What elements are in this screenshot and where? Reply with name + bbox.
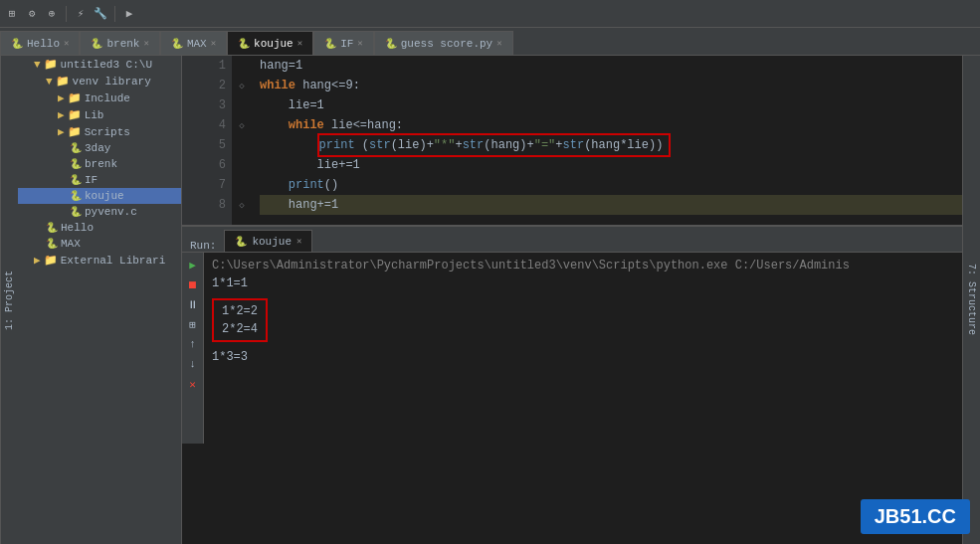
sidebar-lib-label: Lib — [85, 109, 104, 121]
sidebar-scripts[interactable]: ▶ 📁 Scripts — [18, 123, 181, 140]
line5-s2: "=" — [534, 135, 556, 155]
scripts-folder-img: 📁 — [68, 125, 82, 138]
venv-folder-icon: ▼ — [46, 76, 53, 88]
sidebar-include[interactable]: ▶ 📁 Include — [18, 90, 181, 106]
code-line-1: hang=1 — [260, 56, 962, 76]
sidebar-brenk[interactable]: 🐍 brenk — [18, 156, 181, 172]
sidebar-koujue[interactable]: 🐍 koujue — [18, 188, 181, 204]
output-text-3: 1*2=2 — [222, 302, 258, 320]
sidebar-external[interactable]: ▶ 📁 External Librari — [18, 252, 181, 269]
tab-brenk[interactable]: 🐍 brenk ✕ — [80, 31, 159, 55]
line-num-5: 5 — [182, 135, 232, 155]
run-toolbar: ▶ ⏹ ⏸ ⊞ ↑ ↓ ✕ — [182, 253, 204, 444]
line5-str1: str — [369, 135, 391, 155]
sidebar-venv[interactable]: ▼ 📁 venv library — [18, 73, 181, 90]
line1-text: hang=1 — [260, 56, 302, 76]
sidebar-lib[interactable]: ▶ 📁 Lib — [18, 106, 181, 123]
sidebar-if[interactable]: 🐍 IF — [18, 172, 181, 188]
gutter-4: ◇ — [232, 115, 252, 135]
tab-guess[interactable]: 🐍 guess score.py ✕ — [374, 31, 513, 55]
line6-text: lie+=1 — [260, 155, 360, 175]
toolbar-icon-2[interactable]: ⚙ — [24, 6, 40, 22]
run-output: C:\Users\Administrator\PycharmProjects\u… — [204, 253, 962, 444]
sidebar-3day-label: 3day — [85, 142, 110, 154]
run-play-btn[interactable]: ▶ — [185, 257, 201, 272]
line4-indent — [260, 115, 289, 135]
line5-print: print — [319, 135, 355, 155]
toolbar-icon-5[interactable]: 🔧 — [93, 6, 108, 22]
tab-if-close[interactable]: ✕ — [357, 38, 362, 49]
tab-guess-close[interactable]: ✕ — [496, 38, 501, 49]
gutter-8: ◇ — [232, 195, 252, 215]
run-tab-label: koujue — [252, 236, 292, 248]
tab-koujue-icon: 🐍 — [238, 38, 250, 50]
project-panel-tab[interactable]: 1: Project — [0, 56, 18, 544]
tabs-bar: 🐍 Hello ✕ 🐍 brenk ✕ 🐍 MAX ✕ 🐍 koujue ✕ 🐍… — [0, 28, 980, 56]
run-btn-4[interactable]: ⊞ — [185, 316, 201, 332]
run-scroll-up-btn[interactable]: ↑ — [185, 336, 201, 352]
tab-hello-close[interactable]: ✕ — [64, 38, 69, 49]
run-btn-red[interactable]: ✕ — [185, 376, 201, 392]
output-line-4: 2*2=4 — [222, 320, 258, 338]
tab-max[interactable]: 🐍 MAX ✕ — [160, 31, 227, 55]
run-scroll-down-btn[interactable]: ↓ — [185, 356, 201, 372]
code-editor[interactable]: 1 2 3 4 5 6 7 8 ◇ ◇ — [182, 56, 962, 225]
tab-hello[interactable]: 🐍 Hello ✕ — [0, 31, 80, 55]
tab-koujue[interactable]: 🐍 koujue ✕ — [227, 31, 313, 55]
include-folder-img: 📁 — [68, 91, 82, 104]
tab-koujue-close[interactable]: ✕ — [297, 38, 302, 49]
jb51-badge: JB51.CC — [861, 499, 970, 534]
sidebar-3day[interactable]: 🐍 3day — [18, 140, 181, 156]
code-line-3: lie=1 — [260, 95, 962, 115]
toolbar-icon-6[interactable]: ▶ — [121, 6, 137, 22]
tab-max-close[interactable]: ✕ — [211, 38, 216, 49]
brenk-icon: 🐍 — [70, 158, 82, 170]
line-num-7: 7 — [182, 175, 232, 195]
3day-icon: 🐍 — [70, 142, 82, 154]
run-pause-btn[interactable]: ⏸ — [185, 296, 201, 312]
tab-hello-icon: 🐍 — [11, 38, 23, 50]
toolbar-icon-4[interactable]: ⚡ — [73, 6, 89, 22]
sidebar-max[interactable]: 🐍 MAX — [18, 236, 181, 252]
sidebar-pyvenv-label: pyvenv.c — [85, 206, 137, 218]
line-num-3: 3 — [182, 95, 232, 115]
code-line-2: while hang<=9: — [260, 76, 962, 95]
gutter-5 — [232, 135, 252, 155]
tab-brenk-close[interactable]: ✕ — [143, 38, 148, 49]
output-text-1: 1*1=1 — [212, 274, 248, 292]
tab-hello-label: Hello — [27, 38, 60, 50]
run-tab-koujue[interactable]: 🐍 koujue ✕ — [224, 230, 312, 252]
gutter-6 — [232, 155, 252, 175]
sidebar-hello[interactable]: 🐍 Hello — [18, 220, 181, 236]
tab-if[interactable]: 🐍 IF ✕ — [313, 31, 374, 55]
line4-while: while — [289, 115, 324, 135]
output-text-4: 2*2=4 — [222, 320, 258, 338]
code-line-6: lie+=1 — [260, 155, 962, 175]
tab-if-icon: 🐍 — [324, 38, 336, 50]
gutter-1 — [232, 56, 252, 76]
root-folder-icon: ▼ — [34, 59, 41, 71]
output-line-5: 1*3=3 — [212, 348, 954, 366]
line5-box: print ( str (lie)+ "*" + str (hang)+ "="… — [317, 133, 672, 157]
toolbar-icon-3[interactable]: ⊕ — [44, 6, 60, 22]
structure-panel-tab[interactable]: 7: Structure — [962, 56, 980, 544]
sidebar-root[interactable]: ▼ 📁 untitled3 C:\U — [18, 56, 181, 73]
run-body: ▶ ⏹ ⏸ ⊞ ↑ ↓ ✕ C:\Users\Administrator\Pyc… — [182, 253, 962, 444]
output-gap — [212, 292, 954, 296]
line4-rest: lie<=hang: — [324, 115, 403, 135]
jb51-text: JB51.CC — [875, 505, 956, 527]
max-icon: 🐍 — [46, 238, 58, 250]
run-stop-btn[interactable]: ⏹ — [185, 276, 201, 292]
toolbar-sep-1 — [66, 6, 67, 22]
external-folder-icon: ▶ — [34, 254, 41, 267]
line5-str2: str — [463, 135, 485, 155]
code-content[interactable]: hang=1 while hang<=9: lie=1 whi — [252, 56, 962, 225]
koujue-icon: 🐍 — [70, 190, 82, 202]
toolbar-icon-1[interactable]: ⊞ — [4, 6, 20, 22]
sidebar-hello-label: Hello — [61, 222, 94, 234]
tab-max-label: MAX — [187, 38, 207, 50]
sidebar-pyvenv[interactable]: 🐍 pyvenv.c — [18, 204, 181, 220]
run-tab-close[interactable]: ✕ — [296, 236, 301, 247]
tab-koujue-label: koujue — [254, 38, 294, 50]
line5-s1: "*" — [434, 135, 456, 155]
